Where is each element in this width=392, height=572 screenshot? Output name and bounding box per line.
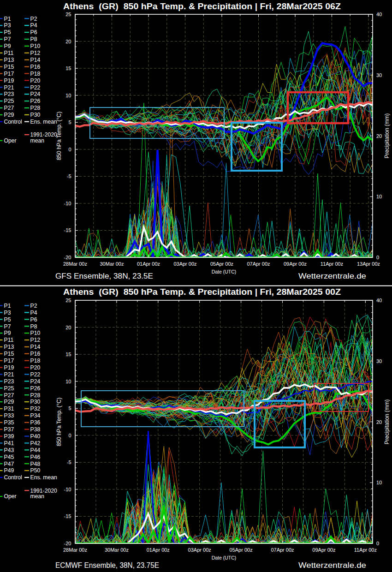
svg-text:P24: P24: [30, 378, 41, 385]
svg-text:Oper: Oper: [4, 493, 17, 500]
svg-text:P30: P30: [30, 399, 41, 405]
svg-text:P47: P47: [4, 461, 14, 467]
svg-text:P29: P29: [4, 112, 14, 118]
svg-text:P20: P20: [30, 77, 41, 84]
svg-text:10: 10: [376, 480, 382, 485]
svg-text:P21: P21: [4, 84, 14, 91]
svg-text:P40: P40: [30, 433, 41, 440]
svg-text:09Apr 00z: 09Apr 00z: [312, 547, 335, 553]
svg-text:P44: P44: [30, 447, 41, 453]
svg-text:15: 15: [65, 352, 71, 357]
svg-text:07Apr 00z: 07Apr 00z: [247, 261, 270, 267]
svg-text:P25: P25: [4, 385, 14, 392]
svg-text:P26: P26: [30, 98, 41, 104]
svg-text:P3: P3: [4, 22, 11, 29]
svg-text:5: 5: [68, 119, 71, 125]
svg-text:P23: P23: [4, 91, 14, 97]
svg-text:-5: -5: [67, 173, 71, 179]
svg-text:P49: P49: [4, 467, 14, 474]
svg-text:P16: P16: [30, 64, 41, 70]
svg-text:-5: -5: [67, 459, 71, 465]
svg-text:P3: P3: [4, 310, 11, 316]
svg-text:ECMWF Ensemble, 38N, 23.75E: ECMWF Ensemble, 38N, 23.75E: [55, 561, 159, 570]
svg-text:10: 10: [65, 93, 71, 98]
svg-text:30: 30: [376, 72, 382, 78]
svg-text:P37: P37: [4, 426, 14, 433]
svg-text:-20: -20: [64, 255, 71, 260]
svg-text:P18: P18: [30, 358, 41, 364]
svg-text:P2: P2: [30, 16, 37, 22]
svg-text:07Apr 00z: 07Apr 00z: [271, 547, 294, 553]
svg-text:P50: P50: [30, 467, 41, 474]
svg-text:P10: P10: [30, 43, 41, 49]
svg-text:5: 5: [68, 405, 71, 411]
svg-text:Oper: Oper: [4, 137, 17, 144]
svg-text:Control: Control: [4, 474, 22, 481]
svg-text:25: 25: [65, 298, 71, 303]
svg-text:P9: P9: [4, 330, 11, 336]
svg-text:13Apr 00z: 13Apr 00z: [357, 261, 380, 267]
svg-text:P25: P25: [4, 98, 14, 104]
svg-text:-10: -10: [64, 487, 71, 492]
svg-text:P18: P18: [30, 71, 41, 77]
svg-text:Precipitation (mm): Precipitation (mm): [384, 113, 390, 158]
svg-text:10: 10: [65, 379, 71, 384]
svg-text:Athens (GR) 850 hPa Temp. &: Athens (GR) 850 hPa Temp. & Precipitatio…: [63, 287, 341, 297]
svg-text:P2: P2: [30, 303, 37, 309]
svg-text:20: 20: [65, 39, 71, 44]
svg-text:09Apr 00z: 09Apr 00z: [284, 261, 307, 267]
svg-text:850 hPa Temp. (°C): 850 hPa Temp. (°C): [56, 398, 62, 446]
svg-text:P1: P1: [4, 16, 11, 22]
svg-text:Date (UTC): Date (UTC): [212, 555, 237, 560]
svg-text:40: 40: [376, 12, 382, 17]
svg-text:Wetterzentrale.de: Wetterzentrale.de: [298, 561, 366, 570]
svg-text:mean: mean: [30, 493, 45, 500]
svg-text:0: 0: [376, 541, 379, 546]
svg-text:40: 40: [376, 298, 382, 303]
svg-text:mean: mean: [30, 137, 45, 144]
svg-text:P12: P12: [30, 50, 41, 56]
svg-text:P48: P48: [30, 461, 41, 467]
svg-text:P23: P23: [4, 378, 14, 385]
svg-text:25: 25: [65, 12, 71, 17]
svg-text:GFS Ensemble, 38N, 23.5E: GFS Ensemble, 38N, 23.5E: [55, 272, 153, 280]
svg-text:P4: P4: [30, 22, 37, 29]
svg-text:28Mar 00z: 28Mar 00z: [63, 261, 87, 267]
svg-text:20: 20: [65, 325, 71, 330]
svg-text:P15: P15: [4, 64, 14, 70]
svg-text:P43: P43: [4, 447, 14, 453]
svg-text:P46: P46: [30, 454, 41, 460]
svg-text:01Apr 00z: 01Apr 00z: [137, 261, 160, 267]
svg-text:0: 0: [68, 433, 71, 438]
svg-text:01Apr 00z: 01Apr 00z: [147, 547, 170, 553]
svg-text:P22: P22: [30, 84, 41, 91]
svg-text:P14: P14: [30, 57, 41, 63]
svg-text:P11: P11: [4, 50, 14, 56]
svg-text:P1: P1: [4, 303, 11, 309]
svg-text:20: 20: [376, 133, 382, 139]
svg-text:P39: P39: [4, 433, 14, 440]
svg-text:P7: P7: [4, 36, 11, 42]
svg-text:Date (UTC): Date (UTC): [212, 269, 237, 274]
svg-text:P6: P6: [30, 316, 37, 323]
svg-text:03Apr 00z: 03Apr 00z: [188, 547, 211, 553]
svg-text:P38: P38: [30, 426, 41, 433]
svg-text:Wetterzentrale.de: Wetterzentrale.de: [298, 272, 366, 280]
svg-text:Ens. mean: Ens. mean: [30, 119, 57, 125]
svg-text:P12: P12: [30, 337, 41, 343]
svg-text:Precipitation (mm): Precipitation (mm): [384, 399, 390, 444]
svg-text:P15: P15: [4, 351, 14, 357]
svg-text:-15: -15: [64, 227, 71, 233]
svg-text:P21: P21: [4, 371, 14, 378]
svg-text:0: 0: [68, 147, 71, 152]
svg-text:P20: P20: [30, 364, 41, 371]
svg-text:P33: P33: [4, 412, 14, 419]
svg-text:P27: P27: [4, 392, 14, 399]
svg-text:P7: P7: [4, 323, 11, 330]
svg-text:11Apr 00z: 11Apr 00z: [354, 547, 377, 553]
svg-text:P13: P13: [4, 57, 14, 63]
svg-text:30: 30: [376, 358, 382, 364]
svg-text:P34: P34: [30, 412, 41, 419]
svg-text:P41: P41: [4, 440, 14, 447]
svg-text:P17: P17: [4, 71, 14, 77]
